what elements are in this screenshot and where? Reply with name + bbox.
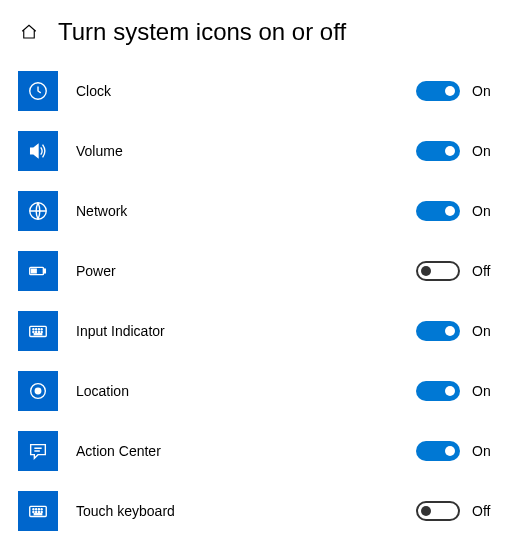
toggle-state-label: On bbox=[472, 203, 500, 219]
setting-row: VolumeOn bbox=[18, 131, 500, 171]
setting-label: Power bbox=[76, 263, 416, 279]
toggle-knob bbox=[445, 146, 455, 156]
clock-icon bbox=[18, 71, 58, 111]
svg-point-18 bbox=[33, 508, 34, 509]
toggle-wrap: On bbox=[416, 141, 500, 161]
setting-row: ClockOn bbox=[18, 71, 500, 111]
svg-point-8 bbox=[38, 328, 39, 329]
toggle-wrap: On bbox=[416, 381, 500, 401]
svg-point-25 bbox=[41, 511, 42, 512]
svg-point-20 bbox=[38, 508, 39, 509]
svg-point-24 bbox=[38, 511, 39, 512]
toggle-switch[interactable] bbox=[416, 81, 460, 101]
svg-point-21 bbox=[41, 508, 42, 509]
svg-point-16 bbox=[35, 388, 41, 394]
location-icon bbox=[18, 371, 58, 411]
toggle-state-label: On bbox=[472, 143, 500, 159]
network-icon bbox=[18, 191, 58, 231]
toggle-knob bbox=[445, 386, 455, 396]
home-button[interactable] bbox=[18, 21, 40, 43]
toggle-switch[interactable] bbox=[416, 201, 460, 221]
toggle-switch[interactable] bbox=[416, 261, 460, 281]
setting-row: PowerOff bbox=[18, 251, 500, 291]
svg-point-7 bbox=[36, 328, 37, 329]
setting-label: Action Center bbox=[76, 443, 416, 459]
toggle-wrap: On bbox=[416, 81, 500, 101]
toggle-knob bbox=[445, 86, 455, 96]
setting-label: Network bbox=[76, 203, 416, 219]
setting-label: Location bbox=[76, 383, 416, 399]
input-indicator-icon bbox=[18, 311, 58, 351]
svg-rect-14 bbox=[34, 334, 41, 335]
power-icon bbox=[18, 251, 58, 291]
setting-label: Touch keyboard bbox=[76, 503, 416, 519]
setting-row: Touch keyboardOff bbox=[18, 491, 500, 531]
toggle-state-label: On bbox=[472, 83, 500, 99]
toggle-state-label: On bbox=[472, 323, 500, 339]
setting-row: NetworkOn bbox=[18, 191, 500, 231]
header: Turn system icons on or off bbox=[18, 18, 500, 47]
svg-point-10 bbox=[33, 331, 34, 332]
svg-rect-26 bbox=[34, 514, 41, 515]
svg-point-12 bbox=[38, 331, 39, 332]
toggle-switch[interactable] bbox=[416, 501, 460, 521]
setting-row: Input IndicatorOn bbox=[18, 311, 500, 351]
setting-label: Clock bbox=[76, 83, 416, 99]
setting-label: Volume bbox=[76, 143, 416, 159]
setting-row: LocationOn bbox=[18, 371, 500, 411]
toggle-switch[interactable] bbox=[416, 321, 460, 341]
toggle-knob bbox=[445, 446, 455, 456]
toggle-wrap: Off bbox=[416, 261, 500, 281]
toggle-state-label: Off bbox=[472, 263, 500, 279]
toggle-knob bbox=[445, 326, 455, 336]
toggle-state-label: Off bbox=[472, 503, 500, 519]
toggle-knob bbox=[421, 266, 431, 276]
toggle-wrap: On bbox=[416, 321, 500, 341]
setting-row: Action CenterOn bbox=[18, 431, 500, 471]
toggle-switch[interactable] bbox=[416, 441, 460, 461]
svg-point-23 bbox=[36, 511, 37, 512]
touch-keyboard-icon bbox=[18, 491, 58, 531]
svg-point-19 bbox=[36, 508, 37, 509]
svg-point-11 bbox=[36, 331, 37, 332]
icon-settings-list: ClockOnVolumeOnNetworkOnPowerOffInput In… bbox=[18, 71, 500, 531]
svg-rect-4 bbox=[32, 269, 37, 273]
toggle-wrap: Off bbox=[416, 501, 500, 521]
page-title: Turn system icons on or off bbox=[58, 18, 346, 47]
action-center-icon bbox=[18, 431, 58, 471]
toggle-state-label: On bbox=[472, 383, 500, 399]
toggle-wrap: On bbox=[416, 441, 500, 461]
svg-point-13 bbox=[41, 331, 42, 332]
svg-point-9 bbox=[41, 328, 42, 329]
svg-rect-3 bbox=[44, 269, 46, 273]
toggle-knob bbox=[421, 506, 431, 516]
toggle-state-label: On bbox=[472, 443, 500, 459]
setting-label: Input Indicator bbox=[76, 323, 416, 339]
toggle-switch[interactable] bbox=[416, 381, 460, 401]
svg-point-6 bbox=[33, 328, 34, 329]
toggle-knob bbox=[445, 206, 455, 216]
toggle-wrap: On bbox=[416, 201, 500, 221]
svg-point-22 bbox=[33, 511, 34, 512]
volume-icon bbox=[18, 131, 58, 171]
toggle-switch[interactable] bbox=[416, 141, 460, 161]
home-icon bbox=[20, 23, 38, 41]
